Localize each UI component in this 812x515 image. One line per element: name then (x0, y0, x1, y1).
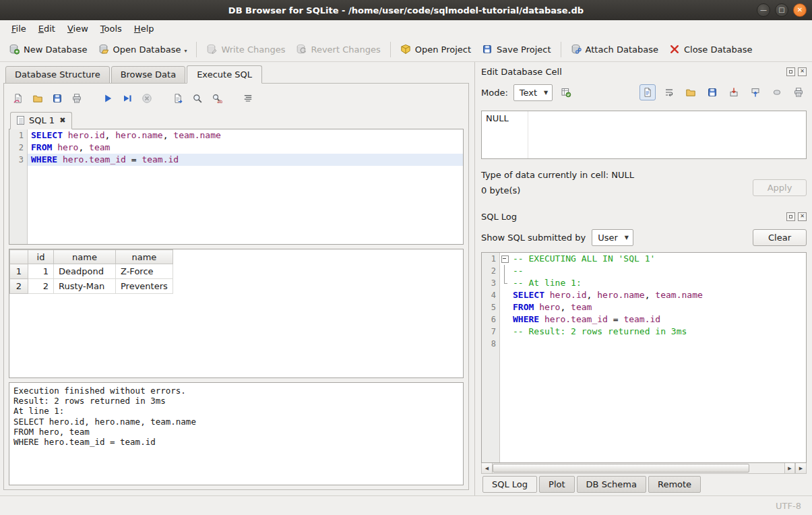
horizontal-scrollbar[interactable]: ◀ ▶ ▶ (481, 463, 807, 474)
execute-current-button[interactable] (119, 90, 136, 107)
sql-log-view[interactable]: 1-- EXECUTING ALL IN 'SQL 1'2--3-- At li… (481, 252, 807, 463)
new-sql-tab-button[interactable] (9, 90, 27, 107)
print-cell-button[interactable] (790, 84, 807, 100)
open-sql-file-button[interactable] (29, 90, 46, 107)
column-header[interactable]: name (54, 250, 116, 264)
word-wrap-button[interactable] (661, 84, 677, 100)
clear-log-button[interactable]: Clear (753, 229, 807, 246)
fold-start-icon[interactable] (500, 253, 509, 265)
find-button[interactable] (189, 90, 206, 107)
code-text[interactable]: SELECT hero.id, hero.name, team.name (28, 129, 463, 142)
titlebar[interactable]: DB Browser for SQLite - /home/user/code/… (0, 0, 812, 20)
scroll-right-icon[interactable]: ▶ (784, 463, 795, 473)
maximize-button[interactable]: □ (775, 3, 788, 17)
dock-tab-sql-log[interactable]: SQL Log (482, 476, 537, 493)
close-panel-icon[interactable]: ✕ (798, 67, 807, 76)
scrollbar-thumb[interactable] (493, 464, 749, 473)
import-data-icon (728, 87, 739, 98)
execute-all-button[interactable] (99, 90, 117, 107)
menubar: FileEditViewToolsHelp (0, 20, 812, 37)
float-panel-icon[interactable] (786, 67, 795, 76)
apply-button[interactable]: Apply (753, 179, 807, 196)
column-header[interactable]: name (116, 250, 173, 264)
document-view-button[interactable] (639, 84, 656, 100)
code-line: 6WHERE hero.team_id = team.id (482, 313, 806, 326)
apply-type-button[interactable] (558, 84, 574, 100)
sql-editor-tab[interactable]: SQL 1 ✖ (10, 112, 72, 129)
sql-log-title: SQL Log (481, 212, 517, 222)
set-null-button[interactable] (769, 84, 785, 100)
results-grid: idnamename11DeadpondZ-Force22Rusty-ManPr… (9, 249, 173, 294)
log-filter-select[interactable]: User ▼ (592, 229, 633, 246)
save-sql-file-button[interactable] (49, 90, 66, 107)
import-data-button[interactable] (726, 84, 742, 100)
code-text[interactable]: -- EXECUTING ALL IN 'SQL 1' (509, 253, 806, 265)
cell-editor[interactable]: NULL (481, 111, 807, 159)
tab-browse-data[interactable]: Browse Data (111, 66, 186, 84)
sql-tab-bar: SQL 1 ✖ (9, 109, 464, 129)
dropdown-caret-icon[interactable]: ▾ (184, 48, 187, 55)
code-text[interactable]: WHERE hero.team_id = team.id (28, 154, 463, 166)
minimize-button[interactable]: — (757, 3, 770, 17)
code-text[interactable]: -- At line 1: (509, 277, 806, 289)
auto-format-button[interactable] (239, 90, 257, 107)
code-line: 8 (482, 338, 806, 350)
close-tab-icon[interactable]: ✖ (59, 116, 65, 125)
menu-help[interactable]: Help (128, 22, 160, 36)
export-csv-button[interactable] (169, 90, 187, 107)
result-cell[interactable]: 2 (28, 279, 54, 294)
document-icon (17, 116, 24, 125)
tab-database-structure[interactable]: Database Structure (5, 66, 110, 84)
toolbar-open-project[interactable]: Open Project (395, 40, 476, 58)
scrollbar-track[interactable] (493, 463, 784, 473)
toolbar-button-label: Revert Changes (311, 44, 380, 55)
dock-tab-remote[interactable]: Remote (648, 476, 701, 493)
menu-edit[interactable]: Edit (32, 22, 61, 36)
row-header[interactable]: 1 (10, 264, 28, 279)
mode-value: Text (520, 88, 537, 98)
window-title: DB Browser for SQLite - /home/user/code/… (0, 5, 812, 16)
close-panel-icon[interactable]: ✕ (798, 212, 807, 221)
menu-tools[interactable]: Tools (94, 22, 128, 36)
result-cell[interactable]: Deadpond (54, 264, 116, 279)
code-text[interactable] (509, 338, 806, 350)
dock-tab-plot[interactable]: Plot (539, 476, 575, 493)
toolbar-open-database[interactable]: Open Database▾ (93, 40, 193, 58)
code-text[interactable]: FROM hero, team (509, 301, 806, 313)
code-text[interactable]: -- (509, 265, 806, 277)
menu-file[interactable]: File (5, 22, 32, 36)
save-file-button[interactable] (704, 84, 720, 100)
result-cell[interactable]: Rusty-Man (54, 279, 116, 294)
stop-execution-button (138, 90, 156, 107)
new-sql-tab-icon (13, 93, 24, 104)
code-text[interactable]: FROM hero, team (28, 142, 463, 154)
menu-view[interactable]: View (61, 22, 94, 36)
result-cell[interactable]: Z-Force (116, 264, 173, 279)
column-header[interactable]: id (28, 250, 54, 264)
toolbar-close-database[interactable]: Close Database (664, 40, 758, 58)
line-number: 6 (482, 313, 500, 326)
code-text[interactable]: SELECT hero.id, hero.name, team.name (509, 289, 806, 301)
float-panel-icon[interactable] (786, 212, 795, 221)
message-line: Execution finished without errors. (13, 386, 459, 396)
close-button[interactable]: ✕ (793, 3, 807, 17)
tab-execute-sql[interactable]: Execute SQL (187, 65, 262, 84)
toolbar-attach-database[interactable]: Attach Database (565, 40, 664, 58)
message-line: SELECT hero.id, hero.name, team.name (13, 417, 459, 427)
row-header[interactable]: 2 (10, 279, 28, 294)
code-text[interactable]: WHERE hero.team_id = team.id (509, 313, 806, 326)
result-cell[interactable]: Preventers (116, 279, 173, 294)
export-data-button[interactable] (747, 84, 763, 100)
open-file-button[interactable] (683, 84, 699, 100)
toolbar-save-project[interactable]: Save Project (476, 40, 557, 58)
toolbar-new-database[interactable]: New Database (3, 40, 93, 58)
mode-select[interactable]: Text ▼ (513, 84, 553, 101)
result-cell[interactable]: 1 (28, 264, 54, 279)
code-text[interactable]: -- Result: 2 rows returned in 3ms (509, 326, 806, 338)
scroll-left-icon[interactable]: ◀ (482, 463, 493, 473)
find-replace-button[interactable]: ab (208, 90, 226, 107)
sql-editor[interactable]: 1SELECT hero.id, hero.name, team.name2FR… (9, 129, 464, 245)
dock-tab-db-schema[interactable]: DB Schema (577, 476, 646, 493)
line-number: 2 (482, 265, 500, 277)
print-sql-button[interactable] (68, 90, 86, 107)
